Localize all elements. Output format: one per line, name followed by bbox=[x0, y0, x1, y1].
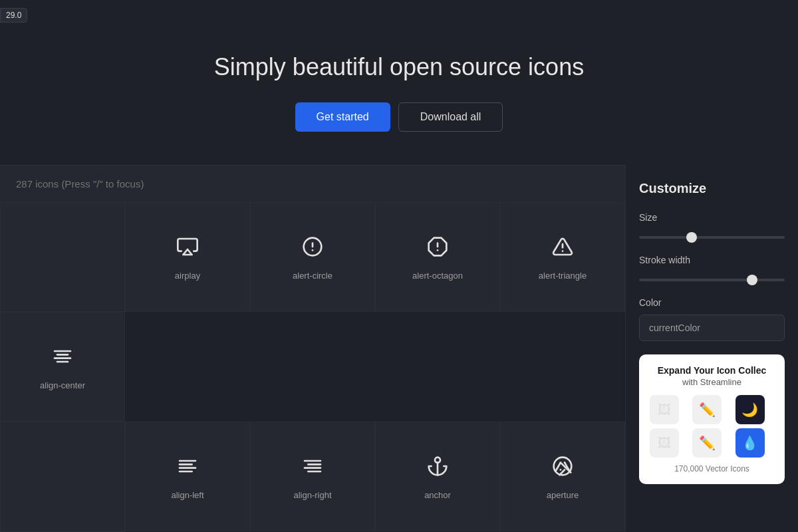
align-left-label: align-left bbox=[171, 490, 203, 500]
download-all-button[interactable]: Download all bbox=[398, 102, 503, 132]
icons-grid-row2: align-left align-right anch bbox=[0, 422, 625, 532]
stroke-width-slider[interactable] bbox=[639, 279, 785, 281]
hero-title: Simply beautiful open source icons bbox=[214, 53, 584, 81]
color-value: currentColor bbox=[649, 323, 700, 333]
icon-alert-octagon[interactable]: alert-octagon bbox=[375, 202, 500, 312]
aperture-icon bbox=[552, 456, 573, 477]
icon-airplay[interactable]: airplay bbox=[125, 202, 250, 312]
search-input[interactable] bbox=[0, 165, 625, 202]
size-control: Size bbox=[639, 212, 785, 241]
get-started-button[interactable]: Get started bbox=[295, 102, 390, 132]
color-input-container[interactable]: currentColor bbox=[639, 315, 785, 341]
icon-aperture[interactable]: aperture bbox=[500, 422, 625, 531]
icon-alert-circle[interactable]: alert-circle bbox=[250, 202, 375, 312]
promo-subtitle: with Streamline bbox=[650, 377, 774, 387]
alert-octagon-icon bbox=[427, 236, 448, 257]
anchor-label: anchor bbox=[424, 490, 451, 500]
promo-icon-4: 🖼 bbox=[650, 428, 679, 458]
align-right-label: align-right bbox=[293, 490, 331, 500]
search-container bbox=[0, 165, 625, 202]
icon-align-right[interactable]: align-right bbox=[250, 422, 375, 531]
alert-triangle-label: alert-triangle bbox=[539, 271, 587, 281]
hero-section: Simply beautiful open source icons Get s… bbox=[0, 0, 798, 165]
icon-alert-triangle[interactable]: alert-triangle bbox=[500, 202, 625, 312]
svg-marker-0 bbox=[183, 249, 192, 255]
alert-octagon-label: alert-octagon bbox=[412, 271, 463, 281]
promo-icon-3: 🌙 bbox=[735, 395, 765, 424]
color-label: Color bbox=[639, 297, 785, 308]
hero-buttons: Get started Download all bbox=[295, 102, 503, 132]
icons-area: airplay alert-circle alert-octagon bbox=[0, 165, 625, 532]
alert-circle-label: alert-circle bbox=[293, 271, 332, 281]
promo-icon-1: 🖼 bbox=[650, 395, 679, 424]
promo-icon-6: 💧 bbox=[735, 428, 765, 458]
promo-card[interactable]: Expand Your Icon Collec with Streamline … bbox=[639, 354, 785, 484]
stroke-width-label: Stroke width bbox=[639, 255, 785, 265]
alert-triangle-icon bbox=[552, 236, 573, 257]
promo-icon-5: ✏️ bbox=[692, 428, 722, 458]
icons-grid-row1: airplay alert-circle alert-octagon bbox=[0, 202, 625, 422]
align-center-icon bbox=[52, 346, 73, 367]
aperture-label: aperture bbox=[547, 490, 579, 500]
promo-title: Expand Your Icon Collec bbox=[650, 365, 774, 376]
align-right-icon bbox=[302, 456, 323, 477]
main-layout: airplay alert-circle alert-octagon bbox=[0, 165, 798, 532]
icon-anchor[interactable]: anchor bbox=[375, 422, 500, 531]
alert-circle-icon bbox=[302, 236, 323, 257]
icon-align-center[interactable]: align-center bbox=[0, 312, 125, 422]
version-badge: 29.0 bbox=[0, 8, 27, 23]
customize-title: Customize bbox=[639, 181, 785, 196]
empty-cell-1 bbox=[0, 202, 125, 312]
icon-align-left[interactable]: align-left bbox=[125, 422, 250, 531]
stroke-control: Stroke width bbox=[639, 255, 785, 284]
align-center-label: align-center bbox=[40, 380, 85, 390]
promo-icon-2: ✏️ bbox=[692, 395, 722, 424]
airplay-icon bbox=[177, 236, 198, 257]
size-slider[interactable] bbox=[639, 236, 785, 239]
promo-count: 170,000 Vector Icons bbox=[650, 464, 774, 473]
size-label: Size bbox=[639, 212, 785, 223]
promo-icons-grid: 🖼 ✏️ 🌙 🖼 ✏️ 💧 bbox=[650, 395, 774, 458]
empty-cell-2 bbox=[0, 422, 125, 531]
anchor-icon bbox=[427, 456, 448, 477]
color-control: Color currentColor bbox=[639, 297, 785, 341]
customize-panel: Customize Size Stroke width Color curren… bbox=[625, 165, 798, 532]
align-left-icon bbox=[177, 456, 198, 477]
airplay-label: airplay bbox=[175, 271, 200, 281]
